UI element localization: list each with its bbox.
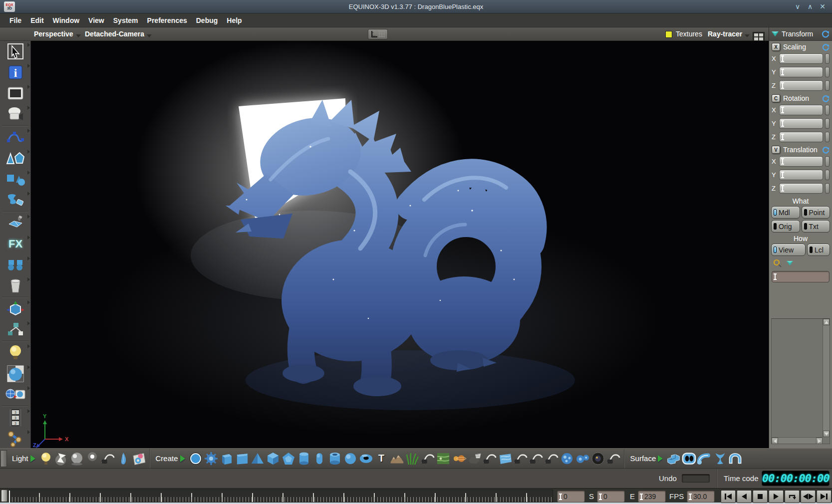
spinner-handle[interactable] xyxy=(825,118,830,129)
plugin-cable-button-6[interactable] xyxy=(606,451,621,466)
play-backward-button[interactable] xyxy=(737,490,752,503)
horizontal-scrollbar[interactable] xyxy=(772,437,823,444)
menu-debug[interactable]: Debug xyxy=(192,13,223,27)
animation-tool-button[interactable]: 333 xyxy=(0,407,31,428)
rotation-z-field[interactable] xyxy=(779,132,823,142)
surface-lathe-button[interactable] xyxy=(713,451,727,466)
spinner-handle[interactable] xyxy=(825,132,830,142)
what-mdl-button[interactable]: Mdl xyxy=(771,206,800,219)
create-text-button[interactable]: T xyxy=(374,451,389,466)
transform-tool-button[interactable] xyxy=(0,298,31,319)
grid-snap-button[interactable] xyxy=(368,29,388,39)
end-frame-field[interactable]: 239 xyxy=(638,491,666,503)
spinner-handle[interactable] xyxy=(825,105,830,115)
bulb-light-button[interactable] xyxy=(39,451,53,466)
create-planets-button[interactable] xyxy=(452,451,466,466)
select-tool-button[interactable] xyxy=(0,41,31,62)
scroll-right-button[interactable] xyxy=(816,438,823,444)
close-button[interactable]: ✕ xyxy=(817,0,828,13)
menu-system[interactable]: System xyxy=(109,13,143,27)
renderer-dropdown[interactable]: Ray-tracer xyxy=(708,27,750,41)
stop-button[interactable] xyxy=(753,490,768,503)
timeline-handle[interactable] xyxy=(1,490,7,502)
scaling-y-field[interactable] xyxy=(779,67,823,77)
texture-globe-tool-button[interactable] xyxy=(0,384,31,405)
primitives-tool-button[interactable] xyxy=(0,169,31,190)
scroll-up-button[interactable] xyxy=(823,319,830,325)
undo-field[interactable] xyxy=(682,474,710,483)
expand-arrow-icon[interactable] xyxy=(180,455,185,462)
spinner-handle[interactable] xyxy=(825,183,830,194)
translation-z-field[interactable] xyxy=(779,183,823,194)
polygon-tool-button[interactable] xyxy=(0,148,31,169)
create-sphere-button[interactable] xyxy=(343,451,358,466)
menu-file[interactable]: File xyxy=(5,13,26,27)
menu-help[interactable]: Help xyxy=(222,13,246,27)
area-light-button[interactable] xyxy=(54,451,69,466)
deform-tool-button[interactable] xyxy=(0,190,31,211)
surface-stairs-button[interactable] xyxy=(666,451,681,466)
expand-arrow-icon[interactable] xyxy=(30,455,35,462)
spinner-handle[interactable] xyxy=(825,156,830,167)
fps-field[interactable]: 30.0 xyxy=(687,491,715,503)
create-torus-button[interactable] xyxy=(359,451,373,466)
plugin-cable-button-2[interactable] xyxy=(483,451,497,466)
create-plane-button[interactable] xyxy=(235,451,250,466)
surface-pipe-button[interactable] xyxy=(697,451,712,466)
create-cylinder-button[interactable] xyxy=(297,451,311,466)
light-plugin-button[interactable] xyxy=(101,451,115,466)
play-button[interactable] xyxy=(769,490,784,503)
playhead[interactable] xyxy=(9,491,10,503)
plugin-cable-button-1[interactable] xyxy=(421,451,435,466)
create-icosahedron-button[interactable] xyxy=(266,451,280,466)
transform-panel-header[interactable]: Transform xyxy=(769,27,832,41)
surface-loft-button[interactable] xyxy=(728,451,743,466)
light-palette-button[interactable] xyxy=(132,451,146,466)
create-circle-button[interactable] xyxy=(189,451,203,466)
refresh-icon[interactable] xyxy=(822,30,830,38)
create-rock-button[interactable] xyxy=(467,451,482,466)
scene-list[interactable] xyxy=(771,318,830,444)
search-input[interactable] xyxy=(772,271,830,282)
camera-tool-button[interactable] xyxy=(0,104,31,125)
rotation-section-header[interactable]: C Rotation xyxy=(769,92,832,103)
create-gear-pair-button[interactable] xyxy=(575,451,590,466)
env-sphere-button[interactable] xyxy=(70,451,84,466)
loop-button[interactable] xyxy=(785,490,800,503)
refresh-icon[interactable] xyxy=(822,43,830,51)
menu-preferences[interactable]: Preferences xyxy=(143,13,192,27)
create-tube-button[interactable] xyxy=(328,451,342,466)
material-tool-button[interactable] xyxy=(0,363,31,384)
translation-y-field[interactable] xyxy=(779,170,823,180)
search-icon[interactable] xyxy=(773,259,782,268)
go-to-start-button[interactable] xyxy=(721,490,736,503)
current-frame-field[interactable]: 0 xyxy=(557,491,585,503)
vertical-scrollbar[interactable] xyxy=(823,319,830,437)
minimize-button[interactable]: ∨ xyxy=(792,0,803,13)
timeline-ruler[interactable] xyxy=(9,490,553,503)
create-cloth-button[interactable] xyxy=(498,451,513,466)
refresh-icon[interactable] xyxy=(822,146,830,154)
paint-uv-tool-button[interactable] xyxy=(0,213,31,234)
info-tool-button[interactable]: i xyxy=(0,62,31,83)
how-view-button[interactable]: View xyxy=(771,244,806,256)
filter-funnel-icon[interactable] xyxy=(787,261,793,266)
translation-section-header[interactable]: V Translation xyxy=(769,144,832,155)
scaling-x-field[interactable] xyxy=(779,53,823,64)
spinner-handle[interactable] xyxy=(825,80,830,91)
toolbar-grip[interactable] xyxy=(0,450,7,467)
view-mode-dropdown[interactable]: Perspective xyxy=(34,27,81,41)
delete-tool-button[interactable] xyxy=(0,275,31,296)
layout-grid-button[interactable] xyxy=(753,29,765,42)
pingpong-button[interactable] xyxy=(801,490,816,503)
expand-arrow-icon[interactable] xyxy=(658,455,663,462)
duplicate-tool-button[interactable] xyxy=(0,254,31,275)
create-gear-train-button[interactable] xyxy=(560,451,574,466)
maximize-button[interactable]: ∧ xyxy=(805,0,816,13)
create-dodecahedron-button[interactable] xyxy=(281,451,296,466)
surface-fillet-button[interactable] xyxy=(682,451,696,466)
create-map-button[interactable] xyxy=(436,451,451,466)
create-capsule-button[interactable] xyxy=(312,451,327,466)
scroll-left-button[interactable] xyxy=(772,438,778,444)
translation-x-field[interactable] xyxy=(779,156,823,167)
